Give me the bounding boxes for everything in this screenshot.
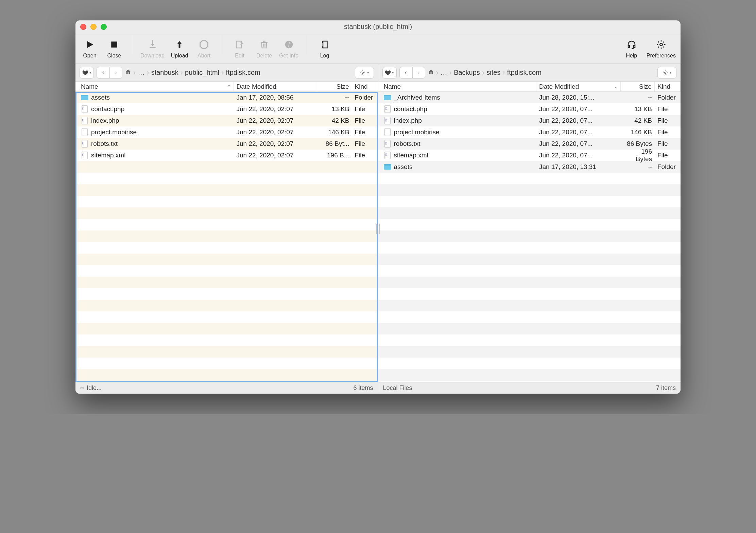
file-date: Jan 17, 2020, 13:31 xyxy=(536,163,621,171)
file-date: Jun 22, 2020, 07... xyxy=(536,128,621,136)
empty-row xyxy=(378,184,681,196)
empty-row xyxy=(75,219,378,230)
remote-breadcrumb[interactable]: › … › stanbusk › public_html › ftpdisk.c… xyxy=(125,68,352,77)
file-icon xyxy=(81,128,88,136)
file-row[interactable]: contact.phpJun 22, 2020, 07...13 KBFile xyxy=(378,103,681,115)
svg-rect-0 xyxy=(111,41,117,48)
empty-row xyxy=(378,311,681,323)
abort-button[interactable]: Abort xyxy=(194,37,213,59)
file-row[interactable]: index.phpJun 22, 2020, 07...42 KBFile xyxy=(378,115,681,126)
column-date[interactable]: Date Modified ⌄ xyxy=(536,82,621,91)
separator xyxy=(307,35,307,54)
edit-button[interactable]: Edit xyxy=(230,37,249,59)
file-date: Jun 22, 2020, 02:07 xyxy=(234,140,318,148)
panes: ▾ ‹ › › … › stanbusk › public_html › xyxy=(75,64,681,394)
file-row[interactable]: contact.phpJun 22, 2020, 02:0713 KBFile xyxy=(75,103,378,115)
back-button[interactable]: ‹ xyxy=(399,67,412,79)
file-row[interactable]: assetsJan 17, 2020, 08:56--Folder xyxy=(75,92,378,103)
file-size: 42 KB xyxy=(318,117,352,124)
file-row[interactable]: project.mobiriseJun 22, 2020, 02:07146 K… xyxy=(75,126,378,138)
separator xyxy=(132,35,132,54)
file-row[interactable]: _Archived ItemsJun 28, 2020, 15:...--Fol… xyxy=(378,92,681,103)
empty-row xyxy=(378,242,681,254)
file-row[interactable]: robots.txtJun 22, 2020, 02:0786 Byt...Fi… xyxy=(75,138,378,150)
log-button[interactable]: Log xyxy=(315,37,334,59)
help-button[interactable]: Help xyxy=(622,37,641,59)
column-size[interactable]: Size xyxy=(621,82,655,91)
local-header: Name Date Modified ⌄ Size Kind xyxy=(378,82,681,92)
column-date[interactable]: Date Modified xyxy=(234,82,318,91)
ftp-client-window: stanbusk (public_html) Open Close xyxy=(75,20,681,394)
file-name: assets xyxy=(91,94,110,101)
file-date: Jun 22, 2020, 07... xyxy=(536,140,621,148)
file-row[interactable]: sitemap.xmlJun 22, 2020, 07...196 BytesF… xyxy=(378,150,681,161)
separator xyxy=(222,35,222,54)
empty-row xyxy=(75,161,378,173)
forward-button[interactable]: › xyxy=(412,67,425,79)
empty-row xyxy=(378,207,681,219)
empty-row xyxy=(378,288,681,300)
home-icon[interactable] xyxy=(125,69,131,76)
column-name[interactable]: Name xyxy=(381,82,537,91)
preferences-button[interactable]: Preferences xyxy=(647,37,676,59)
open-button[interactable]: Open xyxy=(80,37,99,59)
file-icon xyxy=(384,117,391,124)
column-size[interactable]: Size xyxy=(318,82,352,91)
connection-icon: ⎓ xyxy=(80,384,84,392)
favorites-button[interactable]: ▾ xyxy=(80,67,94,79)
file-date: Jan 17, 2020, 08:56 xyxy=(234,94,318,101)
file-kind: File xyxy=(655,140,681,148)
column-kind[interactable]: Kind xyxy=(352,82,378,91)
remote-header: Name ⌃ Date Modified Size Kind xyxy=(75,82,378,92)
file-row[interactable]: sitemap.xmlJun 22, 2020, 02:07196 B...Fi… xyxy=(75,150,378,161)
back-button[interactable]: ‹ xyxy=(97,67,109,79)
file-size: 86 Byt... xyxy=(318,140,352,148)
file-row[interactable]: index.phpJun 22, 2020, 02:0742 KBFile xyxy=(75,115,378,126)
home-icon[interactable] xyxy=(428,69,434,76)
upload-button[interactable]: Upload xyxy=(170,37,189,59)
window-title: stanbusk (public_html) xyxy=(75,23,681,31)
empty-row xyxy=(75,196,378,207)
column-kind[interactable]: Kind xyxy=(655,82,681,91)
empty-row xyxy=(378,265,681,277)
item-count: 7 items xyxy=(656,384,676,392)
empty-row xyxy=(75,265,378,277)
remote-pathbar: ▾ ‹ › › … › stanbusk › public_html › xyxy=(75,64,378,82)
close-window-button[interactable] xyxy=(80,24,86,30)
empty-row xyxy=(75,230,378,242)
titlebar[interactable]: stanbusk (public_html) xyxy=(75,20,681,33)
favorites-button[interactable]: ▾ xyxy=(382,67,397,79)
abort-icon xyxy=(199,37,209,52)
remote-nav: ‹ › xyxy=(97,67,122,79)
column-name[interactable]: Name ⌃ xyxy=(78,82,234,91)
delete-button[interactable]: Delete xyxy=(255,37,274,59)
file-row[interactable]: assetsJan 17, 2020, 13:31--Folder xyxy=(378,161,681,173)
file-size: 13 KB xyxy=(621,105,655,113)
file-kind: File xyxy=(655,128,681,136)
sort-desc-icon: ⌄ xyxy=(614,84,618,89)
local-actions-menu[interactable]: ▾ xyxy=(657,67,676,79)
empty-row xyxy=(75,173,378,184)
empty-row xyxy=(378,230,681,242)
toolbar: Open Close Download Upload xyxy=(75,33,681,64)
remote-file-list[interactable]: assetsJan 17, 2020, 08:56--Foldercontact… xyxy=(75,92,378,382)
file-kind: Folder xyxy=(655,163,681,171)
local-breadcrumb[interactable]: › … › Backups › sites › ftpdisk.com xyxy=(428,68,655,77)
download-button[interactable]: Download xyxy=(140,37,165,59)
file-date: Jun 28, 2020, 15:... xyxy=(536,94,621,101)
empty-row xyxy=(378,219,681,230)
file-name: project.mobirise xyxy=(394,128,440,136)
file-name: index.php xyxy=(394,117,422,124)
file-kind: File xyxy=(655,105,681,113)
empty-row xyxy=(75,369,378,381)
svg-point-5 xyxy=(665,72,666,73)
minimize-window-button[interactable] xyxy=(90,24,97,30)
remote-actions-menu[interactable]: ▾ xyxy=(355,67,374,79)
forward-button[interactable]: › xyxy=(109,67,122,79)
zoom-window-button[interactable] xyxy=(101,24,107,30)
getinfo-button[interactable]: i Get Info xyxy=(279,37,298,59)
local-file-list[interactable]: _Archived ItemsJun 28, 2020, 15:...--Fol… xyxy=(378,92,681,382)
upload-icon xyxy=(174,37,185,52)
file-row[interactable]: project.mobiriseJun 22, 2020, 07...146 K… xyxy=(378,126,681,138)
close-button[interactable]: Close xyxy=(105,37,124,59)
